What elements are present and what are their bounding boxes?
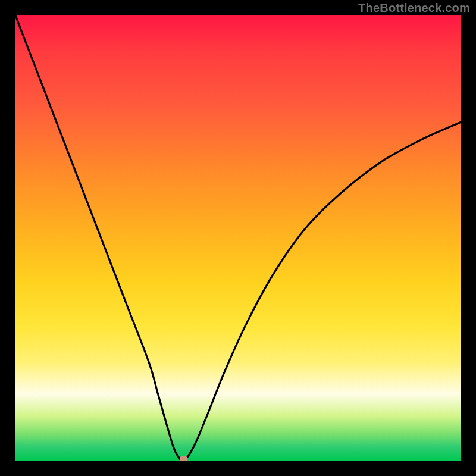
optimal-point-marker [180,456,188,461]
bottleneck-curve-path [15,15,461,461]
chart-frame: TheBottleneck.com [0,0,476,476]
watermark-label: TheBottleneck.com [358,1,470,15]
plot-area [15,15,461,461]
bottleneck-curve-svg [15,15,461,461]
